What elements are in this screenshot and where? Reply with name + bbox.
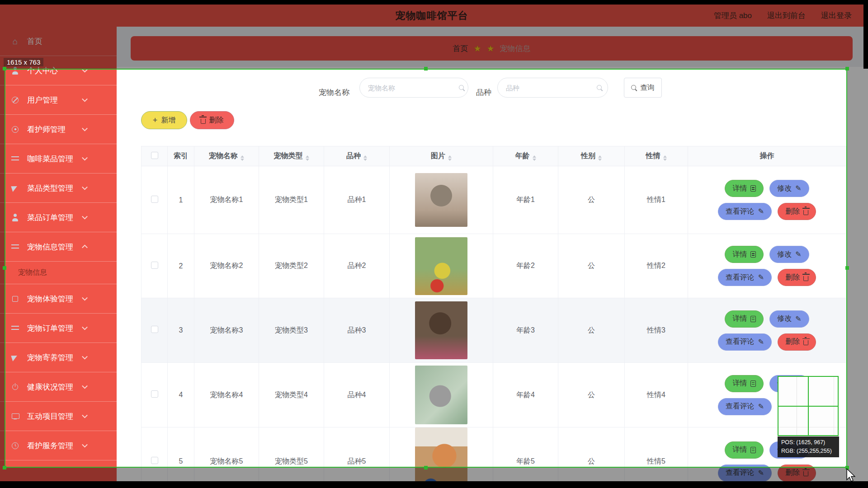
magnifier-crosshair-horizontal bbox=[778, 406, 838, 407]
selection-handle-top-left[interactable] bbox=[3, 67, 6, 70]
rgb-line: RGB: (255,255,255) bbox=[781, 447, 839, 455]
capture-selection-rect bbox=[5, 69, 847, 468]
letterbox-right bbox=[863, 0, 868, 69]
dim-overlay-top bbox=[0, 0, 868, 69]
selection-handle-bottom-center[interactable] bbox=[424, 466, 428, 469]
capture-pos-tooltip: POS: (1625, 967) RGB: (255,255,255) bbox=[778, 436, 839, 457]
mouse-cursor bbox=[846, 468, 856, 482]
selection-handle-right-middle[interactable] bbox=[845, 266, 849, 270]
dim-overlay-right bbox=[847, 69, 868, 468]
selection-handle-top-center[interactable] bbox=[424, 67, 428, 70]
selection-handle-left-middle[interactable] bbox=[3, 266, 6, 270]
letterbox-top bbox=[0, 0, 868, 5]
capture-size-label: 1615 x 763 bbox=[4, 58, 43, 66]
selection-handle-top-right[interactable] bbox=[845, 67, 849, 70]
letterbox-bottom bbox=[0, 481, 868, 488]
pos-line: POS: (1625, 967) bbox=[781, 438, 839, 447]
capture-magnifier bbox=[778, 376, 839, 436]
selection-handle-bottom-left[interactable] bbox=[3, 466, 6, 469]
screen: 宠物咖啡馆平台 管理员 abo 退出到前台 退出登录 ⌂首页个人中心用户管理看护… bbox=[0, 0, 868, 488]
